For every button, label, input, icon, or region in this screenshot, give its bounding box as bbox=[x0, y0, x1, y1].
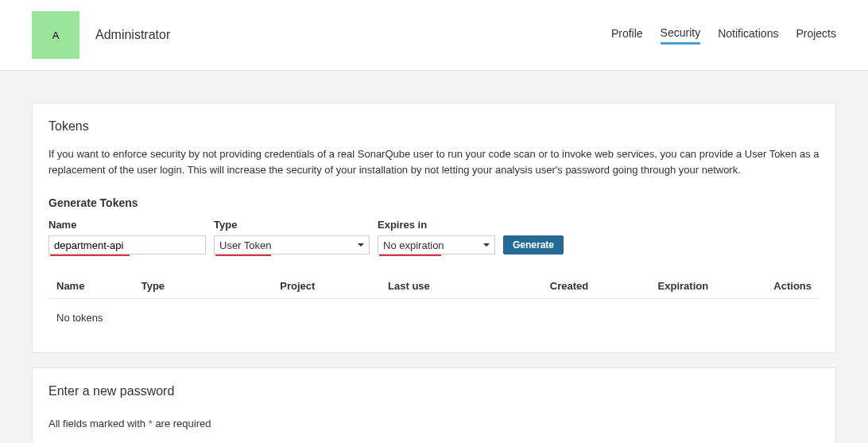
th-name: Name bbox=[48, 274, 134, 299]
required-prefix: All fields marked with bbox=[48, 418, 149, 429]
expires-group: Expires in No expiration bbox=[378, 219, 495, 255]
tokens-title: Tokens bbox=[48, 119, 820, 134]
token-name-input[interactable] bbox=[48, 235, 206, 255]
nav-profile[interactable]: Profile bbox=[611, 27, 643, 43]
name-highlight-underline bbox=[50, 255, 130, 256]
type-label: Type bbox=[214, 219, 370, 231]
token-type-value: User Token bbox=[219, 239, 272, 251]
chevron-down-icon bbox=[483, 243, 490, 247]
password-card: Enter a new password All fields marked w… bbox=[32, 367, 836, 443]
no-tokens-message: No tokens bbox=[48, 299, 820, 337]
th-created: Created bbox=[542, 274, 650, 299]
token-expires-value: No expiration bbox=[383, 239, 444, 251]
name-label: Name bbox=[48, 219, 206, 231]
generate-button[interactable]: Generate bbox=[503, 235, 564, 255]
top-nav: Profile Security Notifications Projects bbox=[611, 26, 836, 45]
page-header: A Administrator Profile Security Notific… bbox=[0, 0, 868, 71]
token-type-select[interactable]: User Token bbox=[214, 235, 370, 255]
avatar: A bbox=[32, 11, 79, 59]
password-title: Enter a new password bbox=[48, 384, 820, 398]
th-project: Project bbox=[272, 274, 380, 299]
table-row: No tokens bbox=[48, 299, 820, 337]
token-expires-select[interactable]: No expiration bbox=[378, 235, 495, 255]
th-expiration: Expiration bbox=[650, 274, 758, 299]
generate-token-form: Name Type User Token Expires in bbox=[48, 219, 820, 255]
nav-projects[interactable]: Projects bbox=[796, 27, 836, 43]
user-name: Administrator bbox=[95, 28, 170, 42]
content-area: Tokens If you want to enforce security b… bbox=[0, 71, 868, 443]
nav-notifications[interactable]: Notifications bbox=[718, 27, 778, 43]
type-highlight-underline bbox=[215, 255, 271, 256]
th-type: Type bbox=[134, 274, 273, 299]
th-actions: Actions bbox=[758, 274, 820, 299]
required-suffix: are required bbox=[153, 418, 211, 429]
th-last-use: Last use bbox=[380, 274, 542, 299]
chevron-down-icon bbox=[358, 243, 364, 247]
tokens-card: Tokens If you want to enforce security b… bbox=[32, 103, 836, 353]
tokens-table: Name Type Project Last use Created Expir… bbox=[48, 274, 820, 336]
tokens-description: If you want to enforce security by not p… bbox=[48, 146, 820, 177]
avatar-initial: A bbox=[52, 29, 60, 41]
name-group: Name bbox=[48, 219, 206, 255]
generate-tokens-title: Generate Tokens bbox=[48, 196, 820, 209]
header-left: A Administrator bbox=[32, 11, 170, 59]
required-fields-note: All fields marked with * are required bbox=[48, 418, 820, 429]
nav-security[interactable]: Security bbox=[661, 26, 701, 45]
expires-label: Expires in bbox=[378, 219, 495, 231]
expires-highlight-underline bbox=[379, 255, 441, 256]
type-group: Type User Token bbox=[214, 219, 370, 255]
